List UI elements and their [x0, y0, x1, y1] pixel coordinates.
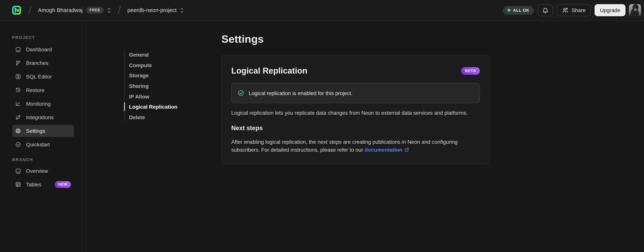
alert-text: Logical replication is enabled for this … — [248, 90, 352, 96]
settings-nav-ip-allow[interactable]: IP Allow — [129, 91, 178, 102]
new-badge: NEW — [55, 181, 71, 188]
settings-nav-delete[interactable]: Delete — [129, 112, 178, 122]
sidebar-item-label: Integrations — [26, 114, 54, 120]
sidebar-item-label: SQL Editor — [26, 74, 52, 80]
top-bar: Amogh Bharadwaj FREE peerdb-neon-project… — [0, 0, 644, 21]
status-label: ALL OK — [513, 8, 529, 12]
sidebar-item-label: Tables — [26, 182, 41, 188]
breadcrumb-project[interactable]: peerdb-neon-project — [127, 7, 184, 14]
sidebar-item-label: Branches — [26, 60, 48, 66]
window-icon — [15, 168, 21, 174]
sidebar-item-branches[interactable]: Branches — [12, 57, 74, 69]
main-content: Settings Logical Replication BETA Logica… — [222, 33, 490, 164]
sidebar-item-tables[interactable]: Tables NEW — [12, 178, 74, 190]
bell-icon — [542, 7, 548, 14]
next-steps-title: Next steps — [231, 124, 480, 132]
breadcrumb-org[interactable]: Amogh Bharadwaj FREE — [38, 7, 111, 14]
settings-nav: General Compute Storage Sharing IP Allow… — [124, 50, 178, 122]
upgrade-button[interactable]: Upgrade — [595, 4, 626, 16]
upgrade-label: Upgrade — [600, 7, 620, 13]
replication-description: Logical replication lets you replicate d… — [231, 109, 480, 117]
sidebar-item-quickstart[interactable]: Quickstart — [12, 138, 74, 150]
sidebar-item-label: Restore — [26, 87, 44, 93]
breadcrumb-separator — [118, 6, 121, 15]
next-steps-pre: After enabling logical replication, the … — [231, 139, 458, 153]
status-dot-icon — [508, 9, 510, 12]
neon-console: Amogh Bharadwaj FREE peerdb-neon-project… — [0, 0, 644, 252]
page-title: Settings — [222, 33, 490, 45]
neon-logo-icon — [12, 5, 22, 15]
project-name: peerdb-neon-project — [127, 7, 176, 13]
sidebar-item-label: Quickstart — [26, 142, 50, 148]
breadcrumb-separator — [28, 6, 31, 15]
card-header: Logical Replication BETA — [231, 66, 480, 76]
sidebar-item-restore[interactable]: Restore — [12, 84, 74, 96]
plan-badge: FREE — [86, 7, 104, 14]
settings-nav-storage[interactable]: Storage — [129, 70, 178, 81]
chevron-updown-icon — [107, 7, 111, 14]
gear-icon — [15, 128, 21, 134]
settings-nav-sharing[interactable]: Sharing — [129, 81, 178, 91]
notifications-button[interactable] — [538, 4, 553, 16]
sql-editor-icon — [15, 74, 21, 80]
sidebar-item-label: Dashboard — [26, 46, 52, 52]
next-steps-text: After enabling logical replication, the … — [231, 138, 480, 154]
sidebar-item-settings[interactable]: Settings — [12, 125, 74, 137]
table-icon — [15, 182, 21, 188]
replication-enabled-alert: Logical replication is enabled for this … — [231, 83, 480, 103]
user-avatar[interactable] — [629, 4, 641, 16]
check-circle-icon — [15, 142, 21, 148]
settings-nav-logical-replication[interactable]: Logical Replication — [129, 102, 178, 112]
sidebar: PROJECT Dashboard Branches — [0, 21, 86, 252]
org-name: Amogh Bharadwaj — [38, 7, 82, 13]
share-label: Share — [572, 7, 586, 13]
neon-logo[interactable] — [12, 5, 22, 15]
sidebar-item-overview[interactable]: Overview — [12, 165, 74, 177]
git-branch-icon — [15, 60, 21, 66]
sidebar-item-label: Overview — [26, 168, 48, 174]
sidebar-section-branch: BRANCH — [0, 157, 86, 162]
status-badge[interactable]: ALL OK — [503, 6, 534, 14]
sidebar-item-label: Monitoring — [26, 101, 51, 107]
monitoring-chart-icon — [15, 101, 21, 107]
sidebar-item-sql-editor[interactable]: SQL Editor — [12, 70, 74, 82]
share-users-icon — [562, 7, 568, 14]
sidebar-item-dashboard[interactable]: Dashboard — [12, 44, 74, 56]
dashboard-icon — [15, 46, 21, 52]
logical-replication-card: Logical Replication BETA Logical replica… — [222, 55, 490, 164]
sidebar-item-integrations[interactable]: Integrations — [12, 111, 74, 123]
documentation-link[interactable]: documentation — [365, 147, 402, 153]
sidebar-section-project: PROJECT — [0, 35, 86, 40]
settings-nav-compute[interactable]: Compute — [129, 60, 178, 70]
restore-clock-icon — [15, 87, 21, 93]
integrations-icon — [15, 114, 21, 120]
beta-badge: BETA — [461, 67, 480, 75]
chevron-updown-icon — [180, 7, 184, 14]
sidebar-item-label: Settings — [26, 128, 45, 134]
card-title: Logical Replication — [231, 66, 307, 76]
external-link-icon — [404, 147, 409, 152]
settings-nav-general[interactable]: General — [129, 50, 178, 60]
sidebar-item-monitoring[interactable]: Monitoring — [12, 98, 74, 110]
share-button[interactable]: Share — [557, 4, 591, 16]
success-check-icon — [238, 90, 244, 96]
